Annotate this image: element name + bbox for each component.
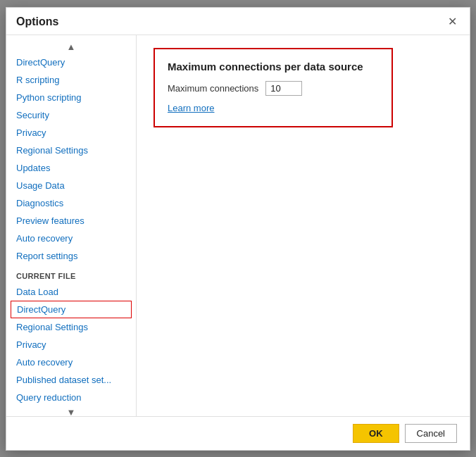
main-content: Maximum connections per data source Maxi… [137, 35, 470, 416]
learn-more-link[interactable]: Learn more [168, 103, 214, 113]
sidebar-item-regional-settings-global[interactable]: Regional Settings [6, 142, 136, 159]
sidebar-item-privacy-file[interactable]: Privacy [6, 336, 136, 353]
ok-button[interactable]: OK [353, 424, 399, 443]
sidebar-item-published-dataset[interactable]: Published dataset set... [6, 371, 136, 389]
scroll-down-icon[interactable]: ▼ [6, 406, 136, 416]
cancel-button[interactable]: Cancel [405, 424, 457, 443]
dialog-footer: OK Cancel [6, 416, 470, 450]
global-nav: DirectQueryR scriptingPython scriptingSe… [6, 54, 136, 265]
sidebar-item-regional-settings-file[interactable]: Regional Settings [6, 318, 136, 336]
sidebar-item-python-scripting[interactable]: Python scripting [6, 89, 136, 106]
sidebar-item-security[interactable]: Security [6, 106, 136, 124]
sidebar-item-data-load[interactable]: Data Load [6, 283, 136, 301]
sidebar-item-report-settings[interactable]: Report settings [6, 247, 136, 265]
dialog-body: ▲ DirectQueryR scriptingPython scripting… [6, 35, 470, 416]
dialog-title: Options [16, 15, 58, 28]
sidebar-item-auto-recovery-file[interactable]: Auto recovery [6, 353, 136, 371]
dialog-titlebar: Options ✕ [6, 8, 470, 35]
options-dialog: Options ✕ ▲ DirectQueryR scriptingPython… [6, 7, 470, 451]
max-connections-input[interactable] [265, 81, 302, 96]
sidebar-item-r-scripting[interactable]: R scripting [6, 71, 136, 89]
sidebar: ▲ DirectQueryR scriptingPython scripting… [6, 35, 137, 416]
content-box: Maximum connections per data source Maxi… [154, 48, 393, 127]
sidebar-item-usage-data[interactable]: Usage Data [6, 177, 136, 194]
sidebar-item-privacy[interactable]: Privacy [6, 124, 136, 142]
sidebar-item-query-reduction[interactable]: Query reduction [6, 389, 136, 406]
content-box-title: Maximum connections per data source [168, 61, 379, 73]
sidebar-item-directquery-global[interactable]: DirectQuery [6, 54, 136, 71]
sidebar-item-updates[interactable]: Updates [6, 159, 136, 177]
sidebar-item-auto-recovery-global[interactable]: Auto recovery [6, 230, 136, 247]
sidebar-item-directquery-file[interactable]: DirectQuery [11, 301, 132, 318]
max-connections-label: Maximum connections [168, 83, 258, 94]
sidebar-item-diagnostics[interactable]: Diagnostics [6, 194, 136, 212]
close-button[interactable]: ✕ [445, 15, 460, 29]
current-file-label: CURRENT FILE [6, 265, 136, 283]
sidebar-item-preview-features[interactable]: Preview features [6, 212, 136, 230]
current-file-nav: Data LoadDirectQueryRegional SettingsPri… [6, 283, 136, 406]
scroll-up-icon[interactable]: ▲ [6, 41, 136, 54]
max-connections-row: Maximum connections [168, 81, 379, 96]
